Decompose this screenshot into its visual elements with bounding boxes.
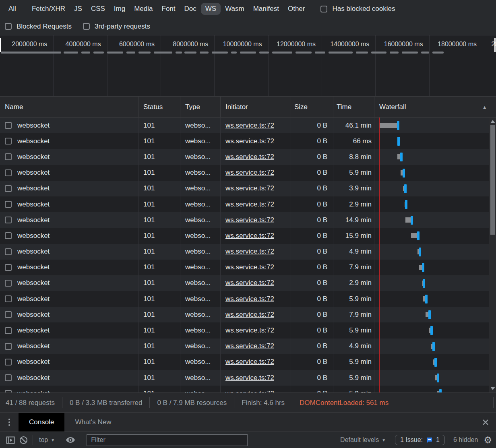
tab-whats-new[interactable]: What's New [64, 413, 122, 431]
column-header-size[interactable]: Size [291, 97, 333, 117]
request-row[interactable]: websocket101webso...ws.service.ts:720 B4… [0, 339, 496, 354]
initiator-link[interactable]: ws.service.ts:72 [225, 248, 274, 256]
has-blocked-cookies-checkbox[interactable] [320, 6, 327, 12]
initiator-link[interactable]: ws.service.ts:72 [225, 311, 274, 319]
filter-tab-doc[interactable]: Doc [180, 3, 201, 15]
cell-name[interactable]: websocket [0, 149, 138, 165]
initiator-link[interactable]: ws.service.ts:72 [225, 169, 274, 177]
request-checkbox[interactable] [5, 295, 12, 302]
cell-name[interactable]: websocket [0, 322, 138, 338]
scrollbar-thumb[interactable] [490, 125, 495, 235]
clear-console-button[interactable] [17, 434, 30, 446]
request-row[interactable]: websocket101webso...ws.service.ts:720 B4… [0, 118, 496, 133]
filter-tab-font[interactable]: Font [157, 3, 180, 15]
hidden-messages-button[interactable]: 6 hidden [453, 436, 478, 444]
request-row[interactable]: websocket101webso...ws.service.ts:720 B5… [0, 386, 496, 392]
initiator-link[interactable]: ws.service.ts:72 [225, 374, 274, 382]
request-row[interactable]: websocket101webso...ws.service.ts:720 B2… [0, 196, 496, 212]
cell-name[interactable]: websocket [0, 291, 138, 307]
request-row[interactable]: websocket101webso...ws.service.ts:720 B6… [0, 133, 496, 149]
cell-name[interactable]: websocket [0, 354, 138, 370]
filter-tab-ws[interactable]: WS [201, 3, 221, 15]
table-scrollbar[interactable] [489, 118, 496, 392]
sort-arrow-icon[interactable]: ▲ [482, 104, 487, 110]
tab-console[interactable]: Console [19, 413, 64, 431]
console-settings-gear-icon[interactable]: ⚙ [484, 436, 492, 445]
initiator-link[interactable]: ws.service.ts:72 [225, 295, 274, 303]
request-checkbox[interactable] [5, 280, 12, 287]
request-checkbox[interactable] [5, 264, 12, 271]
filter-tab-css[interactable]: CSS [87, 3, 110, 15]
initiator-link[interactable]: ws.service.ts:72 [225, 216, 274, 224]
filter-tab-fetch-xhr[interactable]: Fetch/XHR [27, 3, 70, 15]
request-checkbox[interactable] [5, 232, 12, 239]
cell-name[interactable]: websocket [0, 386, 138, 392]
request-row[interactable]: websocket101webso...ws.service.ts:720 B5… [0, 370, 496, 386]
overview-left-handle[interactable] [0, 38, 1, 52]
cell-name[interactable]: websocket [0, 133, 138, 149]
request-row[interactable]: websocket101webso...ws.service.ts:720 B5… [0, 322, 496, 338]
cell-name[interactable]: websocket [0, 181, 138, 196]
filter-tab-all[interactable]: All [4, 3, 21, 15]
filter-tab-wasm[interactable]: Wasm [221, 3, 249, 15]
column-header-status[interactable]: Status [138, 97, 180, 117]
request-row[interactable]: websocket101webso...ws.service.ts:720 B5… [0, 291, 496, 307]
request-row[interactable]: websocket101webso...ws.service.ts:720 B4… [0, 244, 496, 260]
filter-tab-js[interactable]: JS [70, 3, 87, 15]
blocked-requests-checkbox[interactable] [5, 23, 12, 30]
cell-name[interactable]: websocket [0, 165, 138, 181]
drawer-menu-button[interactable] [0, 413, 19, 431]
cell-name[interactable]: websocket [0, 307, 138, 322]
initiator-link[interactable]: ws.service.ts:72 [225, 279, 274, 287]
request-checkbox[interactable] [5, 374, 12, 381]
third-party-requests-toggle[interactable]: 3rd-party requests [83, 23, 150, 31]
request-checkbox[interactable] [5, 153, 12, 160]
initiator-link[interactable]: ws.service.ts:72 [225, 342, 274, 350]
log-levels-selector[interactable]: Default levels ▼ [337, 436, 389, 444]
request-row[interactable]: websocket101webso...ws.service.ts:720 B1… [0, 212, 496, 228]
initiator-link[interactable]: ws.service.ts:72 [225, 358, 274, 366]
console-sidebar-toggle-button[interactable] [4, 434, 17, 446]
request-checkbox[interactable] [5, 390, 12, 392]
initiator-link[interactable]: ws.service.ts:72 [225, 137, 274, 145]
request-checkbox[interactable] [5, 248, 12, 255]
scrollbar-up-arrow[interactable] [490, 120, 495, 123]
initiator-link[interactable]: ws.service.ts:72 [225, 263, 274, 271]
column-header-time[interactable]: Time [333, 97, 374, 117]
request-checkbox[interactable] [5, 359, 12, 365]
console-filter-input[interactable] [87, 434, 248, 446]
network-overview-timeline[interactable]: 2000000 ms4000000 ms6000000 ms8000000 ms… [0, 35, 496, 97]
overview-right-handle[interactable] [494, 38, 496, 52]
filter-tab-other[interactable]: Other [283, 3, 310, 15]
request-row[interactable]: websocket101webso...ws.service.ts:720 B5… [0, 165, 496, 181]
request-row[interactable]: websocket101webso...ws.service.ts:720 B7… [0, 260, 496, 275]
cell-name[interactable]: websocket [0, 118, 138, 133]
request-row[interactable]: websocket101webso...ws.service.ts:720 B8… [0, 149, 496, 165]
request-row[interactable]: websocket101webso...ws.service.ts:720 B7… [0, 307, 496, 322]
initiator-link[interactable]: ws.service.ts:72 [225, 184, 274, 192]
filter-tab-img[interactable]: Img [110, 3, 130, 15]
request-checkbox[interactable] [5, 343, 12, 350]
initiator-link[interactable]: ws.service.ts:72 [225, 232, 274, 240]
request-row[interactable]: websocket101webso...ws.service.ts:720 B2… [0, 275, 496, 291]
request-checkbox[interactable] [5, 201, 12, 208]
has-blocked-cookies-toggle[interactable]: Has blocked cookies [320, 5, 395, 13]
cell-name[interactable]: websocket [0, 339, 138, 354]
cell-name[interactable]: websocket [0, 228, 138, 244]
scrollbar-down-arrow[interactable] [490, 387, 495, 390]
cell-name[interactable]: websocket [0, 370, 138, 386]
cell-name[interactable]: websocket [0, 196, 138, 212]
column-header-type[interactable]: Type [180, 97, 221, 117]
request-row[interactable]: websocket101webso...ws.service.ts:720 B5… [0, 354, 496, 370]
javascript-context-selector[interactable]: top ▼ [36, 436, 58, 444]
request-checkbox[interactable] [5, 169, 12, 176]
request-checkbox[interactable] [5, 217, 12, 223]
initiator-link[interactable]: ws.service.ts:72 [225, 326, 274, 334]
column-header-initiator[interactable]: Initiator [221, 97, 291, 117]
filter-tab-media[interactable]: Media [130, 3, 157, 15]
request-checkbox[interactable] [5, 327, 12, 334]
issues-counter-button[interactable]: 1 Issue: 1 [395, 435, 445, 445]
blocked-requests-toggle[interactable]: Blocked Requests [5, 23, 72, 31]
close-drawer-button[interactable] [480, 413, 491, 431]
request-checkbox[interactable] [5, 122, 12, 129]
